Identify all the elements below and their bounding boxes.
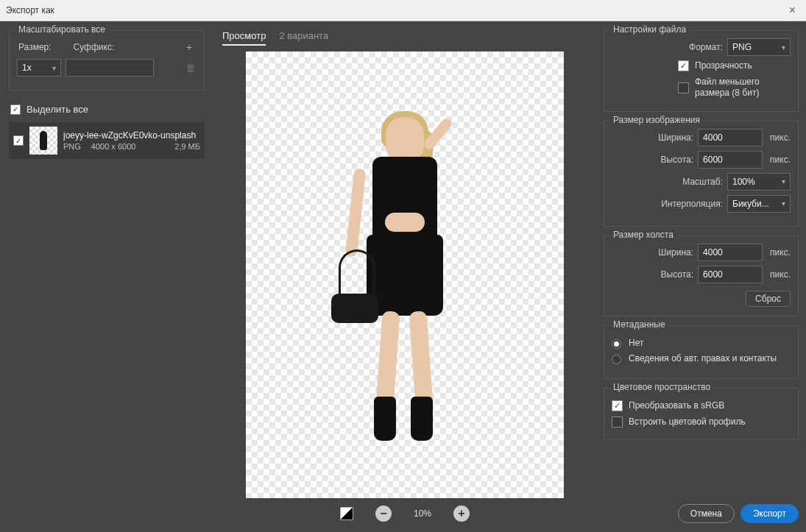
image-width-input[interactable] (698, 129, 763, 146)
zoom-value: 10% (414, 508, 431, 519)
convert-srgb-checkbox[interactable] (612, 400, 623, 411)
canvas-size-title: Размер холста (610, 230, 676, 240)
file-thumbnail (29, 127, 57, 155)
interp-value: Бикуби... (732, 199, 769, 209)
window-title: Экспорт как (6, 5, 54, 15)
convert-srgb-label: Преобразовать в sRGB (629, 400, 791, 412)
size-select[interactable]: 1x▾ (17, 59, 61, 77)
tab-preview[interactable]: Просмотр (222, 30, 266, 46)
transparency-checkbox[interactable] (678, 60, 689, 71)
scale-label: Масштаб: (671, 177, 723, 187)
image-height-input[interactable] (698, 151, 763, 169)
color-space-title: Цветовое пространство (610, 382, 713, 392)
metadata-title: Метаданные (610, 319, 668, 330)
right-panel: Настройки файла Формат: PNG▾ Прозрачност… (596, 21, 806, 532)
contrast-icon[interactable] (340, 507, 353, 520)
chevron-down-icon: ▾ (782, 43, 785, 52)
image-size-panel: Размер изображения Ширина: пикс. Высота:… (604, 121, 799, 227)
preview-canvas[interactable] (246, 52, 564, 498)
transparency-label: Прозрачность (695, 60, 791, 72)
select-all-label: Выделить все (26, 104, 88, 115)
size-value: 1x (22, 63, 32, 73)
width-unit: пикс. (770, 132, 791, 143)
interp-label: Интерполяция: (661, 199, 723, 209)
suffix-input[interactable] (66, 59, 154, 77)
zoom-in-button[interactable]: + (453, 506, 470, 522)
file-dims: 4000 x 6000 (91, 142, 136, 151)
format-select[interactable]: PNG▾ (727, 38, 791, 56)
width-label: Ширина: (642, 132, 693, 143)
canvas-width-unit: пикс. (770, 247, 791, 258)
add-icon[interactable]: + (183, 41, 195, 53)
file-settings-title: Настройки файла (610, 24, 689, 35)
canvas-height-input[interactable] (698, 266, 763, 283)
format-value: PNG (732, 42, 752, 52)
canvas-height-label: Высота: (642, 269, 693, 280)
scale-select[interactable]: 100%▾ (727, 173, 791, 191)
color-space-panel: Цветовое пространство Преобразовать в sR… (604, 388, 799, 440)
scale-value: 100% (732, 177, 755, 187)
canvas-width-label: Ширина: (642, 247, 693, 258)
metadata-copyright-label: Сведения об авт. правах и контакты (629, 353, 791, 365)
file-list-item[interactable]: joeyy-lee-wZgcKvE0vko-unsplash PNG 4000 … (9, 122, 205, 159)
export-button[interactable]: Экспорт (740, 504, 799, 523)
image-size-title: Размер изображения (610, 115, 703, 125)
metadata-none-radio[interactable] (612, 339, 621, 349)
file-settings-panel: Настройки файла Формат: PNG▾ Прозрачност… (604, 30, 799, 112)
canvas-size-panel: Размер холста Ширина: пикс. Высота: пикс… (604, 235, 799, 316)
smaller-file-checkbox[interactable] (678, 82, 689, 93)
titlebar: Экспорт как × (0, 0, 806, 21)
embed-profile-label: Встроить цветовой профиль (629, 416, 791, 428)
trash-icon[interactable]: 🗑 (185, 62, 197, 74)
tab-variants[interactable]: 2 варианта (279, 30, 328, 46)
center-panel: Просмотр 2 варианта − 10% + (213, 21, 596, 532)
scale-all-panel: Масштабировать все Размер: Суффикс: + 1x… (9, 30, 205, 91)
metadata-copyright-radio[interactable] (612, 355, 621, 364)
zoom-out-button[interactable]: − (375, 506, 392, 522)
file-checkbox[interactable] (13, 135, 24, 146)
metadata-panel: Метаданные Нет Сведения об авт. правах и… (604, 325, 799, 379)
preview-image (313, 102, 497, 448)
height-label: Высота: (642, 155, 693, 165)
reset-button[interactable]: Сброс (746, 291, 791, 307)
format-label: Формат: (671, 42, 723, 52)
chevron-down-icon: ▾ (782, 199, 785, 208)
height-unit: пикс. (770, 155, 791, 165)
file-format: PNG (63, 142, 81, 151)
close-icon[interactable]: × (785, 4, 800, 17)
cancel-button[interactable]: Отмена (678, 504, 735, 523)
file-name: joeyy-lee-wZgcKvE0vko-unsplash (63, 130, 200, 141)
embed-profile-checkbox[interactable] (612, 416, 623, 428)
scale-all-title: Масштабировать все (15, 24, 108, 35)
left-panel: Масштабировать все Размер: Суффикс: + 1x… (0, 21, 213, 532)
canvas-height-unit: пикс. (770, 269, 791, 280)
chevron-down-icon: ▾ (782, 177, 785, 185)
metadata-none-label: Нет (629, 338, 791, 350)
select-all-checkbox[interactable] (10, 104, 21, 115)
smaller-file-label: Файл меньшего размера (8 бит) (695, 77, 791, 99)
suffix-label: Суффикс: (74, 42, 115, 52)
interp-select[interactable]: Бикуби...▾ (727, 195, 791, 213)
canvas-width-input[interactable] (698, 244, 763, 261)
chevron-down-icon: ▾ (52, 64, 56, 72)
size-label: Размер: (18, 42, 52, 52)
file-size: 2,9 МБ (174, 142, 200, 151)
